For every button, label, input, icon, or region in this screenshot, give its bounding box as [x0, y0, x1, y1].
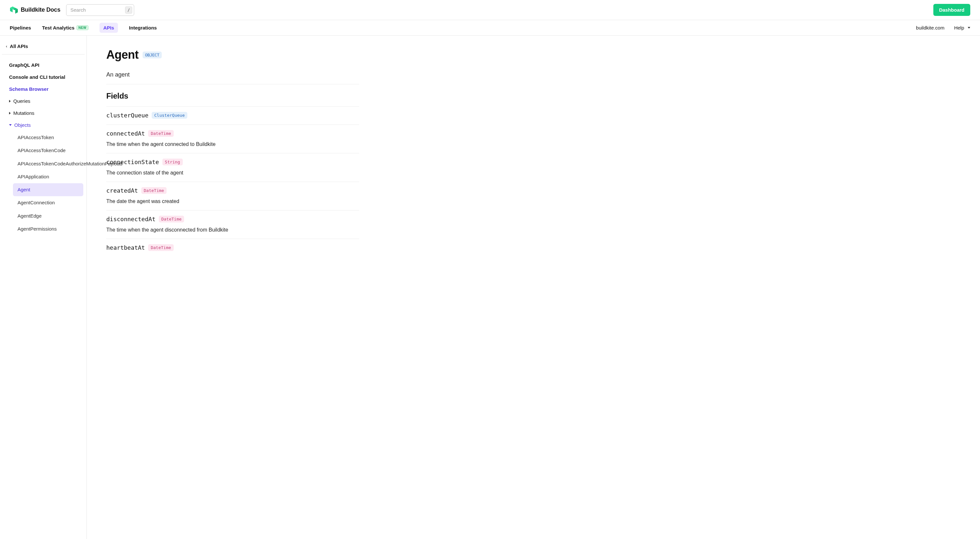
field-type-badge[interactable]: ClusterQueue: [152, 112, 187, 119]
page-title: Agent: [106, 48, 139, 62]
sidebar-object-item[interactable]: APIApplication: [13, 170, 83, 183]
tab-pipelines[interactable]: Pipelines: [10, 23, 31, 32]
help-menu[interactable]: Help: [954, 23, 970, 32]
sidebar-object-item[interactable]: APIAccessTokenCode: [13, 144, 83, 157]
chevron-right-icon: [9, 112, 11, 115]
sidebar-object-item[interactable]: APIAccessTokenCodeAuthorizeMutationPaylo…: [13, 157, 83, 170]
sidebar-back-label: All APIs: [10, 43, 28, 49]
tabbar: Pipelines Test Analytics NEW APIs Integr…: [0, 20, 980, 36]
field-row: createdAtDateTimeThe date the agent was …: [106, 182, 359, 210]
field-description: The date the agent was created: [106, 198, 359, 204]
field-description: The time when the agent disconnected fro…: [106, 227, 359, 233]
field-row: heartbeatAtDateTime: [106, 239, 359, 257]
topbar: Buildkite Docs / Dashboard: [0, 0, 980, 20]
tab-test-analytics[interactable]: Test Analytics NEW: [42, 23, 89, 32]
chevron-right-icon: [9, 100, 11, 102]
search-wrap: /: [66, 4, 134, 16]
field-type-badge[interactable]: DateTime: [148, 244, 174, 251]
link-buildkite-com[interactable]: buildkite.com: [916, 23, 945, 32]
tab-integrations[interactable]: Integrations: [129, 23, 157, 32]
sidebar-object-item[interactable]: Agent: [13, 183, 83, 196]
field-name-row: createdAtDateTime: [106, 187, 167, 194]
tab-apis[interactable]: APIs: [100, 23, 118, 33]
field-type-badge[interactable]: String: [162, 159, 183, 166]
dashboard-button[interactable]: Dashboard: [933, 4, 970, 16]
field-row: clusterQueueClusterQueue: [106, 106, 359, 124]
field-type-badge[interactable]: DateTime: [148, 130, 174, 137]
page-body: ‹ All APIs GraphQL API Console and CLI t…: [0, 36, 980, 539]
sidebar-group-objects-label: Objects: [14, 122, 31, 128]
sidebar-group-queries[interactable]: Queries: [3, 95, 83, 107]
search-shortcut-key: /: [125, 6, 132, 14]
field-row: disconnectedAtDateTimeThe time when the …: [106, 210, 359, 239]
fields-list: clusterQueueClusterQueueconnectedAtDateT…: [106, 106, 359, 257]
new-badge: NEW: [76, 25, 89, 30]
sidebar-objects-list: APIAccessTokenAPIAccessTokenCodeAPIAcces…: [3, 131, 83, 236]
field-name-row: heartbeatAtDateTime: [106, 244, 174, 251]
sidebar-back[interactable]: ‹ All APIs: [2, 41, 84, 54]
field-name: connectedAt: [106, 130, 145, 137]
divider: [106, 84, 359, 85]
sidebar-object-item[interactable]: APIAccessToken: [13, 131, 83, 144]
sidebar-object-item[interactable]: AgentEdge: [13, 209, 83, 222]
sidebar: ‹ All APIs GraphQL API Console and CLI t…: [0, 36, 87, 539]
sidebar-group-objects[interactable]: Objects: [3, 119, 83, 131]
field-type-badge[interactable]: DateTime: [159, 216, 185, 222]
page-description: An agent: [106, 71, 359, 78]
sidebar-object-item[interactable]: AgentConnection: [13, 196, 83, 209]
sidebar-group-mutations-label: Mutations: [13, 110, 34, 116]
sidebar-link-graphql[interactable]: GraphQL API: [3, 59, 83, 71]
field-name: clusterQueue: [106, 112, 148, 119]
sidebar-link-schema[interactable]: Schema Browser: [3, 83, 83, 95]
chevron-left-icon: ‹: [6, 44, 7, 49]
field-name: connectionState: [106, 159, 159, 166]
field-name-row: connectionStateString: [106, 159, 183, 166]
field-row: connectionStateStringThe connection stat…: [106, 153, 359, 182]
object-badge: OBJECT: [143, 51, 162, 58]
field-name: disconnectedAt: [106, 216, 156, 222]
field-name: createdAt: [106, 187, 138, 194]
sidebar-group-queries-label: Queries: [13, 98, 30, 104]
field-name: heartbeatAt: [106, 244, 145, 251]
sidebar-object-item[interactable]: AgentPermissions: [13, 222, 83, 236]
sidebar-section: GraphQL API Console and CLI tutorial Sch…: [2, 57, 84, 238]
search-input[interactable]: [66, 4, 134, 16]
page-title-row: Agent OBJECT: [106, 48, 162, 62]
main-content: Agent OBJECT An agent Fields clusterQueu…: [87, 36, 379, 539]
field-name-row: disconnectedAtDateTime: [106, 216, 184, 222]
sidebar-link-console[interactable]: Console and CLI tutorial: [3, 71, 83, 83]
tab-test-analytics-label: Test Analytics: [42, 25, 75, 30]
field-type-badge[interactable]: DateTime: [141, 187, 167, 194]
field-row: connectedAtDateTimeThe time when the age…: [106, 124, 359, 153]
field-name-row: connectedAtDateTime: [106, 130, 174, 137]
fields-heading: Fields: [106, 91, 359, 100]
logo-icon: [10, 6, 18, 14]
field-name-row: clusterQueueClusterQueue: [106, 112, 187, 119]
field-description: The connection state of the agent: [106, 170, 359, 176]
tabbar-right: buildkite.com Help: [916, 23, 970, 32]
field-description: The time when the agent connected to Bui…: [106, 141, 359, 147]
brand[interactable]: Buildkite Docs: [10, 6, 60, 14]
sidebar-group-mutations[interactable]: Mutations: [3, 107, 83, 119]
chevron-down-icon: [9, 124, 12, 126]
brand-text: Buildkite Docs: [21, 6, 60, 13]
